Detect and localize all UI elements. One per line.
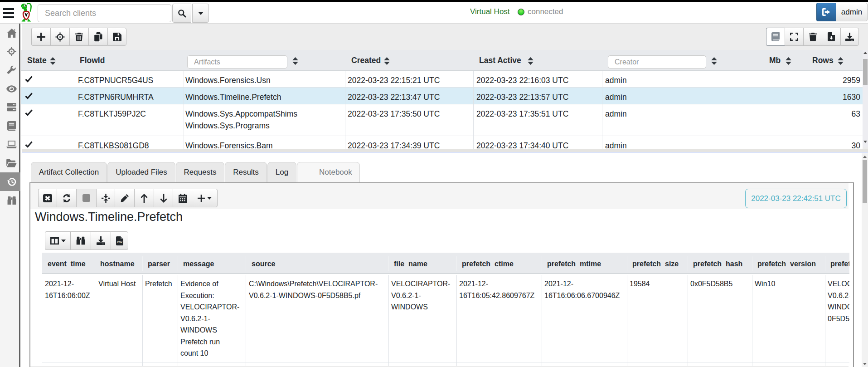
svg-text:CSV: CSV — [117, 240, 122, 243]
